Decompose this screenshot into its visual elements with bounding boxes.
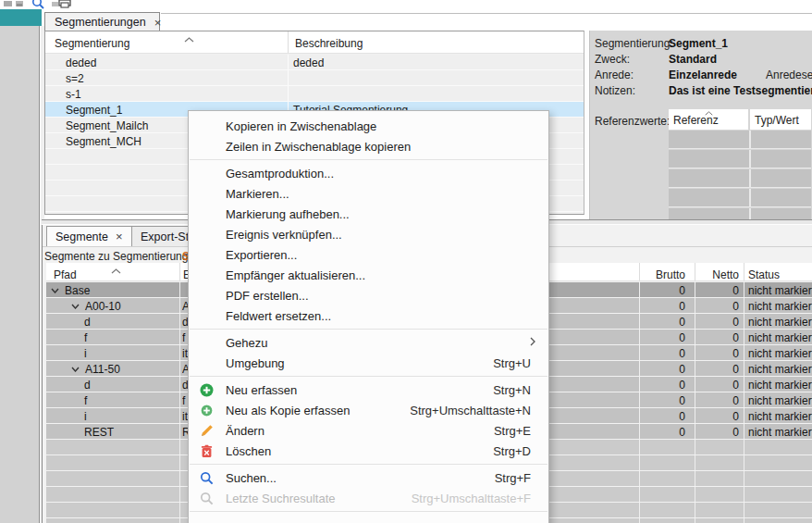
segmentierung-cell: Segment_1 (66, 104, 122, 117)
field-value: Das ist eine Testsegmentier (669, 84, 812, 97)
search-disabled-icon (199, 491, 214, 505)
menu-item-neu-als-kopie-erfassen[interactable]: Neu als Kopie erfassenStrg+Umschalttaste… (189, 400, 548, 420)
menu-item-umgebung[interactable]: UmgebungStrg+U (189, 353, 548, 373)
toolbar (0, 0, 812, 9)
field-label-anredeset: Anredeset (766, 68, 812, 81)
netto-cell: 0 (648, 410, 739, 423)
status-cell: nicht markiert (748, 394, 812, 407)
column-header-pfad[interactable]: Pfad (54, 268, 77, 281)
table-row-s-1[interactable]: s-1 (45, 86, 584, 102)
menu-item-label: Empfänger aktualisieren... (226, 268, 365, 282)
path-cell: REST (84, 426, 114, 439)
table-row-deded[interactable]: dededdeded (45, 55, 584, 70)
column-header-beschreibung[interactable]: Beschreibung (295, 37, 363, 50)
status-cell: nicht markiert (748, 379, 812, 392)
chevron-down-icon[interactable] (71, 365, 80, 374)
status-cell: nicht markiert (748, 410, 812, 423)
referenzwerte-label: Referenzwerte: (595, 115, 670, 128)
sort-ascending-icon[interactable] (111, 264, 121, 277)
menu-item-markieren[interactable]: Markieren... (189, 183, 548, 204)
column-header-netto[interactable]: Netto (648, 268, 739, 281)
menu-item-pdf-erstellen[interactable]: PDF erstellen... (189, 285, 548, 305)
menu-item-kopieren-in-zwischenablage[interactable]: Kopieren in Zwischenablage (189, 116, 548, 136)
toolbar-icon[interactable] (15, 0, 28, 7)
menu-item-zeilen-in-zwischenablage-kopieren[interactable]: Zeilen in Zwischenablage kopieren (189, 136, 548, 156)
menu-item-label: PDF erstellen... (226, 289, 309, 303)
menu-item-label: Suchen... (226, 471, 277, 485)
reference-row-empty[interactable] (669, 189, 811, 207)
plus-circle-icon (199, 382, 214, 397)
search-toolbar-icon[interactable] (31, 0, 44, 7)
tab-close-icon[interactable]: × (154, 17, 162, 29)
menu-item-neu-erfassen[interactable]: Neu erfassenStrg+N (189, 380, 548, 400)
path-cell: Base (51, 284, 90, 297)
chevron-down-icon[interactable] (71, 302, 80, 311)
menu-shortcut: Strg+U (493, 356, 531, 370)
menu-item-gehezu[interactable]: Gehezu (189, 332, 548, 353)
sidebar-accent-block[interactable] (0, 9, 42, 26)
field-label: Anrede: (595, 68, 634, 81)
reference-row-empty[interactable] (669, 131, 811, 149)
table-row-s=2[interactable]: s=2 (45, 70, 584, 86)
menu-item-löschen[interactable]: LöschenStrg+D (189, 441, 548, 461)
menu-item-gesamtproduktion[interactable]: Gesamtproduktion... (189, 163, 548, 183)
menu-item-empfänger-aktualisieren[interactable]: Empfänger aktualisieren... (189, 265, 548, 285)
menu-item-letzte-suchresultate: Letzte SuchresultateStrg+Umschalttaste+F (189, 488, 548, 508)
tab-segmentierungen[interactable]: Segmentierungen × (44, 12, 160, 31)
segmentierung-cell: Segment_Mailch (66, 119, 148, 132)
menu-item-exportieren[interactable]: Exportieren... (189, 244, 548, 265)
column-divider[interactable] (179, 263, 180, 280)
reference-row-empty[interactable] (669, 169, 811, 188)
segmentierung-cell: deded (66, 56, 96, 69)
tab-segmente[interactable]: Segmente × (46, 226, 132, 246)
menu-item-ereignis-verknüpfen[interactable]: Ereignis verknüpfen... (189, 224, 548, 244)
field-value: Standard (669, 53, 717, 66)
tab-label: Segmentierungen (55, 16, 146, 29)
menu-item-feldwert-ersetzen[interactable]: Feldwert ersetzen... (189, 305, 548, 326)
field-value: Einzelanrede (669, 68, 737, 81)
context-menu: Kopieren in ZwischenablageZeilen in Zwis… (188, 110, 549, 523)
left-sidebar (0, 26, 40, 523)
column-header-segmentierung[interactable]: Segmentierung (55, 37, 129, 50)
menu-item-label: Kopieren in Zwischenablage (226, 119, 376, 133)
details-panel: Segmentierung: Segment_1 Zweck: Standard… (589, 31, 812, 219)
menu-item-label: Löschen (226, 444, 271, 458)
field-label: Notizen: (595, 84, 635, 97)
status-cell: nicht markiert (748, 426, 812, 439)
column-divider[interactable] (288, 31, 289, 53)
tab-close-icon[interactable]: × (116, 230, 123, 243)
print-icon[interactable] (58, 0, 71, 7)
column-header-status[interactable]: Status (748, 268, 780, 281)
column-header-referenz[interactable]: Referenz (669, 109, 748, 130)
path-cell: A00-10 (71, 300, 121, 313)
beschreibung-cell: deded (293, 56, 324, 69)
menu-item-label: Neu erfassen (226, 383, 297, 397)
column-divider[interactable] (744, 263, 744, 280)
toolbar-icon[interactable] (3, 0, 16, 7)
menu-item-label: Umgebung (226, 356, 285, 370)
tabstrip-divider (161, 13, 812, 14)
reference-row-empty[interactable] (669, 150, 811, 168)
netto-cell: 0 (648, 300, 739, 313)
menu-shortcut: Strg+N (493, 383, 531, 397)
sort-ascending-icon[interactable] (184, 32, 194, 45)
netto-cell: 0 (648, 363, 739, 376)
menu-item-ändern[interactable]: ÄndernStrg+E (189, 420, 548, 441)
menu-item-markierung-aufheben[interactable]: Markierung aufheben... (189, 204, 548, 224)
menu-separator (189, 373, 548, 380)
submenu-arrow-icon (530, 336, 535, 349)
menu-item-suchen[interactable]: Suchen...Strg+F (189, 467, 548, 488)
status-cell: nicht markiert (748, 331, 812, 344)
menu-item-label: Gesamtproduktion... (226, 167, 334, 181)
netto-cell: 0 (648, 394, 739, 407)
menu-separator (189, 326, 548, 332)
menu-item-label: Markierung aufheben... (226, 207, 350, 221)
path-cell: f (84, 394, 87, 407)
menu-item-label: Gehezu (226, 336, 268, 350)
status-cell: nicht markiert (748, 347, 812, 360)
chevron-down-icon[interactable] (51, 286, 59, 295)
column-header-typ-wert[interactable]: Typ/Wert (750, 109, 811, 130)
netto-cell: 0 (648, 426, 739, 439)
reference-table: Referenz Typ/Wert (669, 109, 812, 219)
reference-row-empty[interactable] (669, 208, 811, 219)
